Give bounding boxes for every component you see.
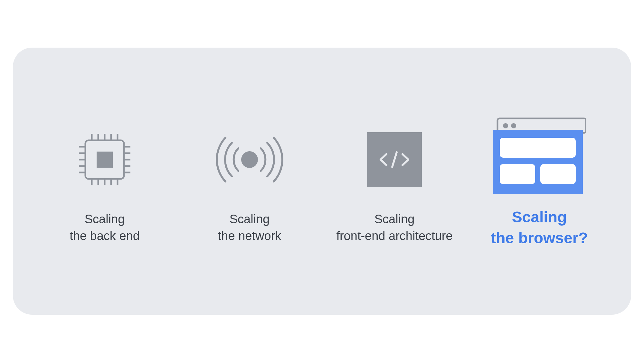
item-network: Scaling the network: [177, 118, 322, 244]
item-browser: Scaling the browser?: [467, 114, 612, 249]
svg-point-27: [511, 123, 516, 128]
signal-icon: [211, 118, 288, 201]
item-label-network: Scaling the network: [218, 211, 281, 244]
svg-rect-30: [500, 164, 535, 184]
item-label-frontend: Scaling front-end architecture: [336, 211, 452, 244]
cpu-icon: [72, 118, 137, 201]
code-icon: [367, 118, 422, 201]
svg-point-26: [503, 123, 508, 128]
item-label-backend: Scaling the back end: [70, 211, 140, 244]
svg-rect-29: [500, 138, 576, 158]
svg-rect-1: [97, 152, 113, 168]
svg-point-22: [241, 151, 258, 168]
item-backend: Scaling the back end: [32, 118, 177, 244]
item-label-browser: Scaling the browser?: [491, 207, 588, 249]
item-frontend: Scaling front-end architecture: [322, 118, 467, 244]
svg-rect-31: [540, 164, 576, 184]
browser-icon: [493, 114, 586, 197]
diagram-panel: Scaling the back end Scaling the network: [13, 48, 631, 315]
